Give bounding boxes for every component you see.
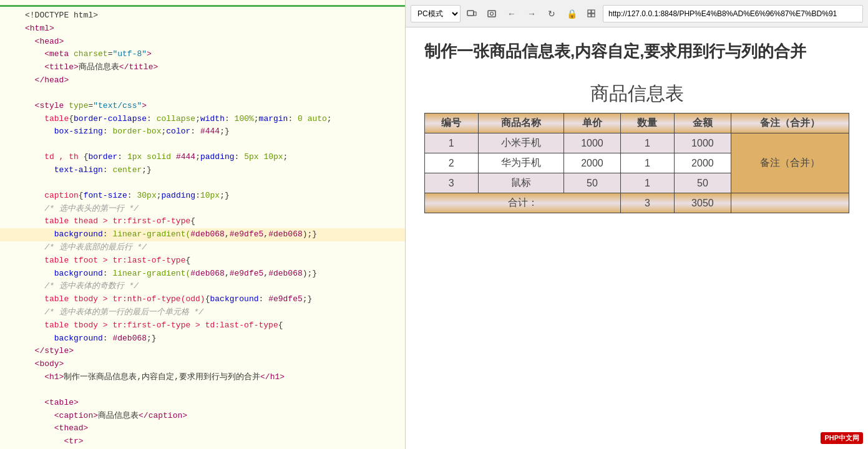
header-name: 商品名称 xyxy=(478,113,563,133)
header-id: 编号 xyxy=(425,113,479,133)
screenshot-icon-btn[interactable] xyxy=(483,5,500,22)
code-line-31: <table> xyxy=(0,397,405,410)
footer-empty xyxy=(731,193,849,213)
address-bar[interactable] xyxy=(603,5,863,22)
code-line-4: <meta charset="utf-8"> xyxy=(0,48,405,61)
cell-name: 小米手机 xyxy=(478,133,563,153)
code-line-23: table tbody > tr:nth-of-type(odd){backgr… xyxy=(0,293,405,306)
code-line-3: <head> xyxy=(0,36,405,49)
code-line-1: <!DOCTYPE html> xyxy=(0,9,405,22)
code-line-27: </style> xyxy=(0,345,405,358)
table-row: 1 小米手机 1000 1 1000 备注（合并） xyxy=(425,133,849,153)
code-line-6: </head> xyxy=(0,74,405,87)
code-line-5: <title>商品信息表</title> xyxy=(0,61,405,74)
cell-price: 50 xyxy=(563,173,620,193)
code-line-20: table tfoot > tr:last-of-type{ xyxy=(0,254,405,268)
page-content: 制作一张商品信息表,内容自定,要求用到行与列的合并 商品信息表 编号 商品名称 … xyxy=(406,27,868,449)
code-line-26: background: #deb068;} xyxy=(0,332,405,345)
code-line-22: /* 选中表体的奇数行 */ xyxy=(0,280,405,293)
code-line-9: table{border-collapse: collapse;width: 1… xyxy=(0,113,405,126)
code-line-7 xyxy=(0,87,405,100)
code-line-12: td , th {border: 1px solid #444;padding:… xyxy=(0,151,405,164)
responsive-icon-btn[interactable] xyxy=(463,5,480,22)
code-line-2: <html> xyxy=(0,22,405,36)
svg-rect-0 xyxy=(467,11,474,16)
svg-rect-4 xyxy=(588,10,591,13)
cell-id: 1 xyxy=(425,133,479,153)
header-price: 单价 xyxy=(563,113,620,133)
bookmark-icon-btn[interactable] xyxy=(583,5,600,22)
code-line-29: <h1>制作一张商品信息表,内容自定,要求用到行与列的合并</h1> xyxy=(0,371,405,384)
code-line-24: /* 选中表体的第一行的最后一个单元格 */ xyxy=(0,306,405,319)
browser-preview: PC模式 ← → ↻ 🔒 制作一张商品信息表,内容自定,要求用到行与列的合并 商… xyxy=(406,0,868,449)
cell-amount: 50 xyxy=(674,173,731,193)
code-line-32: <caption>商品信息表</caption> xyxy=(0,410,405,423)
header-note: 备注（合并） xyxy=(731,113,849,133)
code-line-33: <thead> xyxy=(0,422,405,435)
header-amount: 金额 xyxy=(674,113,731,133)
product-table: 商品信息表 编号 商品名称 单价 数量 金额 备注（合并） 1 小米手机 100… xyxy=(424,75,849,213)
code-editor[interactable]: <!DOCTYPE html> <html> <head> <meta char… xyxy=(0,0,406,449)
code-line-11 xyxy=(0,138,405,151)
cell-price: 1000 xyxy=(563,133,620,153)
browser-toolbar: PC模式 ← → ↻ 🔒 xyxy=(406,0,868,27)
cell-id: 2 xyxy=(425,153,479,173)
table-header-row: 编号 商品名称 单价 数量 金额 备注（合并） xyxy=(425,113,849,133)
code-line-10: box-sizing: border-box;color: #444;} xyxy=(0,125,405,138)
code-line-13: text-align: center;} xyxy=(0,164,405,177)
line-number xyxy=(5,9,17,22)
footer-amount: 3050 xyxy=(674,193,731,213)
refresh-btn[interactable]: ↻ xyxy=(543,5,560,22)
cell-amount: 2000 xyxy=(674,153,731,173)
svg-point-3 xyxy=(490,12,494,15)
cell-id: 3 xyxy=(425,173,479,193)
cell-amount: 1000 xyxy=(674,133,731,153)
cell-qty: 1 xyxy=(621,173,675,193)
table-footer-row: 合计： 3 3050 xyxy=(425,193,849,213)
code-line-15: caption{font-size: 30px;padding:10px;} xyxy=(0,190,405,203)
page-title: 制作一张商品信息表,内容自定,要求用到行与列的合并 xyxy=(424,40,849,62)
code-line-19: /* 选中表底部的最后行 */ xyxy=(0,241,405,254)
code-line-28: <body> xyxy=(0,358,405,371)
footer-label: 合计： xyxy=(425,193,621,213)
code-line-17: table thead > tr:first-of-type{ xyxy=(0,215,405,228)
code-line-18: background: linear-gradient(#deb068,#e9d… xyxy=(0,228,405,241)
lock-icon-btn: 🔒 xyxy=(563,5,580,22)
cell-note-merged: 备注（合并） xyxy=(731,133,849,193)
php-badge: PHP中文网 xyxy=(821,432,863,444)
cell-qty: 1 xyxy=(621,153,675,173)
code-line-34: <tr> xyxy=(0,435,405,448)
code-line-21: background: linear-gradient(#deb068,#e9d… xyxy=(0,268,405,281)
svg-rect-2 xyxy=(488,11,495,17)
back-btn[interactable]: ← xyxy=(503,5,520,22)
table-caption: 商品信息表 xyxy=(424,75,849,113)
code-line-25: table tbody > tr:first-of-type > td:last… xyxy=(0,319,405,332)
svg-rect-5 xyxy=(592,10,595,13)
header-qty: 数量 xyxy=(621,113,675,133)
code-line-14 xyxy=(0,177,405,190)
pc-mode-select[interactable]: PC模式 xyxy=(411,5,461,22)
svg-rect-7 xyxy=(592,14,595,17)
svg-rect-6 xyxy=(588,14,591,17)
forward-btn[interactable]: → xyxy=(523,5,540,22)
cell-price: 2000 xyxy=(563,153,620,173)
cell-qty: 1 xyxy=(621,133,675,153)
cell-name: 鼠标 xyxy=(478,173,563,193)
svg-rect-1 xyxy=(474,12,476,16)
cell-name: 华为手机 xyxy=(478,153,563,173)
code-line-8: <style type="text/css"> xyxy=(0,100,405,113)
code-line-16: /* 选中表头的第一行 */ xyxy=(0,203,405,216)
code-line-30 xyxy=(0,384,405,397)
footer-qty: 3 xyxy=(621,193,675,213)
